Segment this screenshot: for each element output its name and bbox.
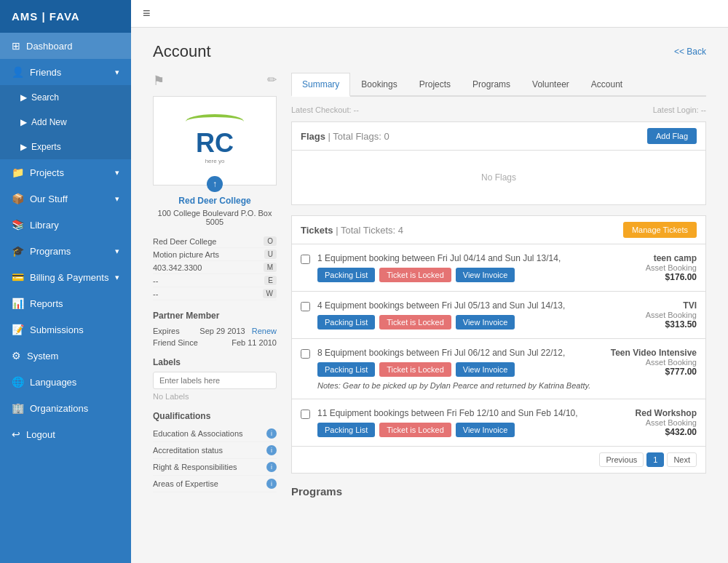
tab-volunteer[interactable]: Volunteer (521, 73, 580, 95)
sidebar-item-library[interactable]: 📚 Library (0, 212, 131, 238)
meta-row: Latest Checkout: -- Latest Login: -- (291, 105, 706, 114)
system-icon: ⚙ (12, 350, 21, 362)
our-stuff-icon: 📦 (12, 193, 24, 204)
org-address: 100 College Boulevard P.O. Box 5005 (153, 209, 277, 226)
page-header: Account << Back (153, 42, 706, 61)
ticket-meta: TVI Asset Booking $313.50 (617, 300, 697, 330)
add-flag-button[interactable]: Add Flag (647, 128, 697, 144)
previous-page-button[interactable]: Previous (599, 452, 644, 467)
sidebar-item-dashboard[interactable]: ⊞ Dashboard (0, 33, 131, 59)
logout-icon: ↩ (12, 428, 20, 440)
packing-list-button[interactable]: Packing List (317, 268, 375, 282)
billing-icon: 💳 (12, 271, 24, 283)
qual-responsibilities: Right & Responsibilities i (153, 459, 277, 476)
info-icon[interactable]: i (266, 428, 277, 439)
pagination: Previous 1 Next (291, 447, 706, 474)
sidebar-item-our-stuff[interactable]: 📦 Our Stuff ▾ (0, 185, 131, 212)
sidebar-item-system[interactable]: ⚙ System (0, 343, 131, 369)
email-info-row: -- E (153, 274, 277, 287)
sidebar-item-reports[interactable]: 📊 Reports (0, 290, 131, 316)
back-button[interactable]: << Back (674, 47, 706, 57)
programs-icon: 🎓 (12, 245, 24, 257)
sidebar-item-friends[interactable]: 👤 Friends ▾ (0, 59, 131, 85)
expires-row: Expires Sep 29 2013 Renew (153, 327, 277, 335)
packing-list-button[interactable]: Packing List (317, 315, 375, 330)
logo-tagline: here yo (205, 158, 225, 164)
ticket-row: 1 Equipment booking between Fri Jul 04/1… (291, 244, 706, 292)
sidebar-item-billing[interactable]: 💳 Billing & Payments ▾ (0, 264, 131, 290)
partner-section: Partner Member Expires Sep 29 2013 Renew… (153, 311, 277, 347)
languages-icon: 🌐 (12, 376, 24, 388)
ticket-inner: 11 Equipment bookings between Fri Feb 12… (301, 408, 697, 437)
ticket-checkbox[interactable] (301, 255, 310, 264)
labels-input[interactable] (153, 372, 277, 389)
partner-label: Partner Member (153, 311, 277, 321)
ticket-buttons: Packing List Ticket is Locked View Invoi… (317, 268, 609, 282)
logo-text: RC (196, 130, 234, 156)
manage-tickets-button[interactable]: Manage Tickets (623, 222, 697, 238)
renew-link[interactable]: Renew (252, 327, 277, 335)
ticket-inner: 8 Equipment bookings between Fri Jul 06/… (301, 348, 697, 390)
library-icon: 📚 (12, 219, 24, 231)
left-panel: ⚑ ✏ RC here yo ↑ Red Deer College 100 Co… (153, 73, 277, 498)
ticket-locked-button[interactable]: Ticket is Locked (379, 423, 451, 437)
hamburger-icon[interactable]: ≡ (143, 6, 151, 21)
organizations-icon: 🏢 (12, 402, 24, 414)
website-info-row: -- W (153, 287, 277, 300)
packing-list-button[interactable]: Packing List (317, 362, 375, 377)
tab-projects[interactable]: Projects (408, 73, 462, 95)
tab-programs[interactable]: Programs (462, 73, 521, 95)
dashboard-icon: ⊞ (12, 40, 20, 52)
ticket-row: 11 Equipment bookings between Fri Feb 12… (291, 399, 706, 447)
chevron-down-icon: ▾ (115, 247, 119, 256)
sidebar-item-organizations[interactable]: 🏢 Organizations (0, 395, 131, 421)
sidebar-item-submissions[interactable]: 📝 Submissions (0, 316, 131, 343)
qualifications-section: Qualifications Education & Associations … (153, 411, 277, 492)
edit-icon[interactable]: ✏ (267, 73, 277, 89)
dept-info-row: Motion picture Arts U (153, 248, 277, 261)
tab-summary[interactable]: Summary (291, 73, 350, 97)
packing-list-button[interactable]: Packing List (317, 423, 375, 437)
ticket-checkbox[interactable] (301, 302, 310, 311)
sidebar-item-projects[interactable]: 📁 Projects ▾ (0, 159, 131, 185)
org-name-link[interactable]: Red Deer College (153, 196, 277, 206)
ticket-buttons: Packing List Ticket is Locked View Invoi… (317, 315, 609, 330)
next-page-button[interactable]: Next (667, 452, 697, 467)
ticket-checkbox[interactable] (301, 349, 310, 359)
ticket-checkbox[interactable] (301, 410, 310, 419)
qualifications-title: Qualifications (153, 411, 277, 421)
sidebar-item-add-new[interactable]: ▶ Add New (0, 110, 131, 135)
tickets-header: Tickets | Total Tickets: 4 Manage Ticket… (291, 215, 706, 244)
ticket-buttons: Packing List Ticket is Locked View Invoi… (317, 423, 609, 437)
view-invoice-button[interactable]: View Invoice (456, 362, 515, 377)
info-icon[interactable]: i (266, 445, 277, 455)
tab-bookings[interactable]: Bookings (350, 73, 408, 95)
sidebar-item-programs[interactable]: 🎓 Programs ▾ (0, 238, 131, 264)
phone-info-row: 403.342.3300 M (153, 261, 277, 274)
sidebar-item-search[interactable]: ▶ Search (0, 85, 131, 110)
sidebar-item-languages[interactable]: 🌐 Languages (0, 369, 131, 395)
view-invoice-button[interactable]: View Invoice (456, 315, 515, 330)
labels-title: Labels (153, 357, 277, 367)
info-icon[interactable]: i (266, 462, 277, 472)
view-invoice-button[interactable]: View Invoice (456, 423, 515, 437)
flags-title: Flags | Total Flags: 0 (301, 131, 389, 142)
ticket-locked-button[interactable]: Ticket is Locked (379, 315, 451, 330)
org-info-row: Red Deer College O (153, 235, 277, 248)
info-icon[interactable]: i (266, 479, 277, 489)
current-page-button[interactable]: 1 (646, 452, 664, 467)
view-invoice-button[interactable]: View Invoice (456, 268, 515, 282)
qual-accreditation: Accreditation status i (153, 442, 277, 459)
sidebar-item-logout[interactable]: ↩ Logout (0, 421, 131, 447)
upload-photo-button[interactable]: ↑ (207, 176, 223, 192)
top-bar: ≡ (131, 0, 728, 28)
sidebar-item-experts[interactable]: ▶ Experts (0, 135, 131, 159)
content-area: Account << Back ⚑ ✏ RC here yo ↑ (131, 28, 728, 563)
flag-icon: ⚑ (153, 73, 165, 89)
ticket-locked-button[interactable]: Ticket is Locked (379, 268, 451, 282)
tab-account[interactable]: Account (580, 73, 633, 95)
ticket-locked-button[interactable]: Ticket is Locked (379, 362, 451, 377)
labels-section: Labels No Labels (153, 357, 277, 401)
ticket-inner: 4 Equipment bookings between Fri Jul 05/… (301, 300, 697, 330)
org-logo: RC here yo (161, 104, 269, 177)
